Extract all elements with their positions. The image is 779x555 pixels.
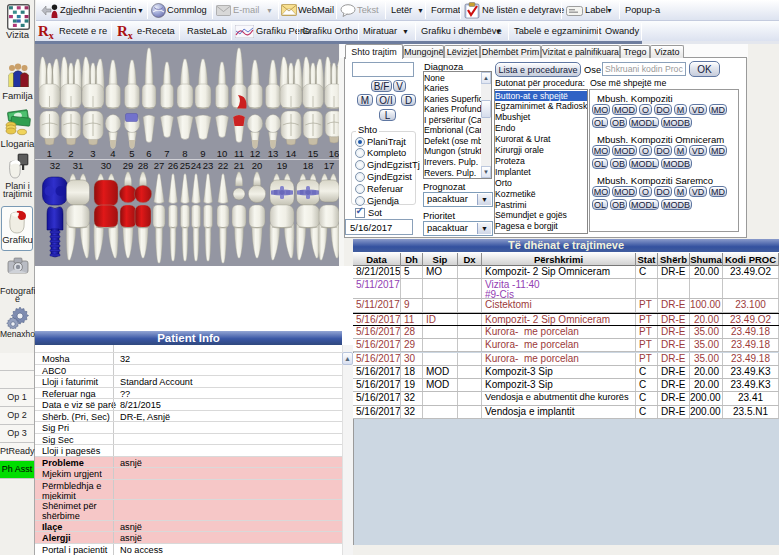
svg-text:22: 22 xyxy=(218,160,229,171)
svg-text:3: 3 xyxy=(90,148,95,159)
svg-text:25: 25 xyxy=(180,160,191,171)
svg-text:10: 10 xyxy=(217,148,228,159)
svg-text:8: 8 xyxy=(182,148,187,159)
svg-text:26: 26 xyxy=(168,160,179,171)
svg-text:27: 27 xyxy=(154,160,165,171)
svg-text:2: 2 xyxy=(68,148,73,159)
svg-text:15: 15 xyxy=(308,148,319,159)
svg-text:5: 5 xyxy=(129,148,134,159)
svg-text:9: 9 xyxy=(200,148,205,159)
svg-text:7: 7 xyxy=(164,148,169,159)
svg-text:18: 18 xyxy=(303,160,314,171)
svg-text:19: 19 xyxy=(277,160,288,171)
svg-text:6: 6 xyxy=(146,148,151,159)
svg-text:4: 4 xyxy=(110,148,115,159)
svg-text:14: 14 xyxy=(286,148,297,159)
svg-text:29: 29 xyxy=(123,160,134,171)
svg-text:32: 32 xyxy=(50,160,61,171)
svg-text:12: 12 xyxy=(250,148,261,159)
svg-text:17: 17 xyxy=(324,160,335,171)
svg-text:11: 11 xyxy=(234,148,244,159)
svg-text:23: 23 xyxy=(203,160,214,171)
svg-text:20: 20 xyxy=(252,160,263,171)
svg-text:21: 21 xyxy=(234,160,245,171)
svg-text:16: 16 xyxy=(329,148,339,159)
svg-text:13: 13 xyxy=(268,148,279,159)
svg-text:31: 31 xyxy=(73,160,84,171)
svg-text:30: 30 xyxy=(101,160,112,171)
svg-text:24: 24 xyxy=(191,160,202,171)
svg-text:28: 28 xyxy=(138,160,149,171)
svg-text:1: 1 xyxy=(47,148,52,159)
